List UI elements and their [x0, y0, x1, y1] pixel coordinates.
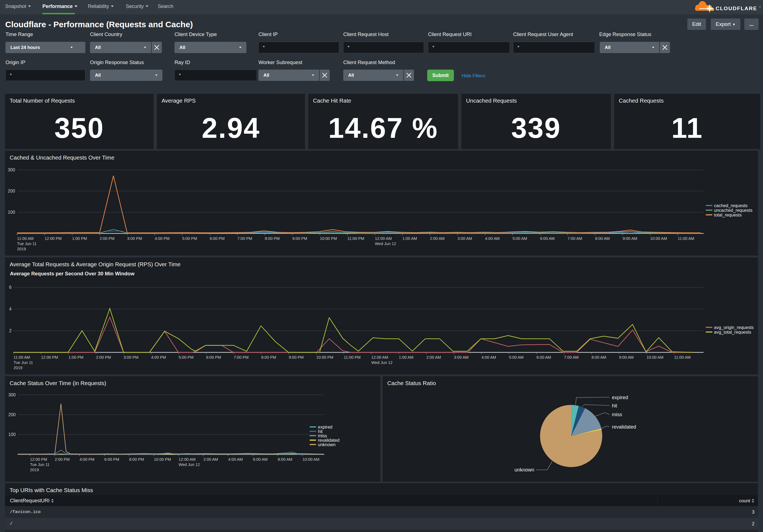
svg-text:unknown: unknown — [514, 467, 534, 473]
svg-text:expired: expired — [612, 395, 628, 400]
svg-text:revalidated: revalidated — [612, 424, 636, 430]
svg-text:hit: hit — [612, 403, 617, 408]
svg-text:miss: miss — [612, 412, 622, 417]
